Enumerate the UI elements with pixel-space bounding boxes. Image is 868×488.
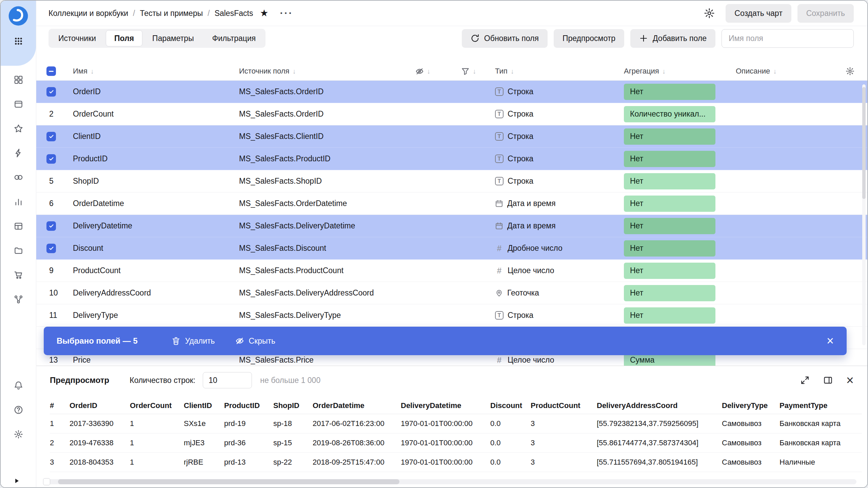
delete-selected-button[interactable]: Удалить [172, 337, 215, 346]
column-header-filter[interactable]: ↓ [461, 67, 495, 76]
create-chart-button[interactable]: Создать чарт [726, 4, 791, 23]
field-row[interactable]: 9 ProductCount MS_SalesFacts.ProductCoun… [36, 260, 867, 282]
tab-item[interactable]: Фильтрация [204, 30, 264, 46]
apps-grid-icon[interactable] [10, 33, 26, 49]
star-icon[interactable] [10, 120, 26, 137]
column-header-type[interactable]: Тип↓ [495, 67, 624, 76]
aggregation-select[interactable]: Нет [624, 196, 715, 212]
horizontal-scrollbar[interactable] [44, 479, 856, 484]
refresh-fields-button[interactable]: Обновить поля [462, 29, 548, 48]
field-name: DeliveryType [73, 311, 239, 320]
aggregation-select[interactable]: Количество уникал... [624, 106, 715, 122]
add-field-button[interactable]: Добавить поле [630, 29, 715, 48]
field-row[interactable]: 11 DeliveryType MS_SalesFacts.DeliveryTy… [36, 304, 867, 327]
save-button[interactable]: Сохранить [797, 4, 854, 23]
preview-header: Предпросмотр Количество строк: не больше… [50, 371, 854, 390]
close-preview-icon[interactable]: × [846, 374, 854, 387]
field-row[interactable]: 6 OrderDatetime MS_SalesFacts.OrderDatet… [36, 192, 867, 215]
tab-item[interactable]: Поля [106, 30, 142, 46]
question-icon[interactable] [10, 402, 26, 418]
preview-cell: 1 [50, 414, 70, 433]
string-type-icon: T [495, 110, 504, 118]
breadcrumb-item[interactable]: Коллекции и воркбуки [48, 9, 128, 18]
row-checkbox[interactable] [46, 244, 56, 253]
field-row[interactable]: 2 OrderCount MS_SalesFacts.OrderID TСтро… [36, 103, 867, 125]
aggregation-select[interactable]: Нет [624, 307, 715, 324]
field-row[interactable]: 5 ShopID MS_SalesFacts.ShopID TСтрока Не… [36, 170, 867, 192]
column-header-hidden[interactable]: ↓ [415, 67, 461, 76]
box-icon[interactable] [10, 96, 26, 112]
aggregation-select[interactable]: Нет [624, 128, 715, 145]
aggregation-select[interactable]: Нет [624, 218, 715, 234]
field-row[interactable]: ClientID MS_SalesFacts.ClientID TСтрока … [36, 125, 867, 148]
vertical-scrollbar-thumb[interactable] [862, 87, 866, 199]
row-checkbox[interactable] [46, 132, 56, 141]
vertical-scrollbar[interactable] [862, 84, 866, 345]
settings-gear-icon[interactable] [704, 8, 715, 19]
field-type: TСтрока [495, 87, 533, 96]
field-source: MS_SalesFacts.DeliveryType [239, 311, 415, 320]
aggregation-select[interactable]: Нет [624, 285, 715, 301]
number-type-icon: # [495, 244, 504, 253]
field-name: Price [73, 355, 239, 365]
gear-icon[interactable] [10, 426, 26, 442]
folder-icon[interactable] [10, 242, 26, 259]
breadcrumb-item[interactable]: Тесты и примеры [140, 9, 203, 18]
field-row[interactable]: Discount MS_SalesFacts.Discount #Дробное… [36, 237, 867, 260]
play-icon[interactable] [10, 473, 26, 488]
field-row[interactable]: ProductID MS_SalesFacts.ProductID TСтрок… [36, 148, 867, 170]
table-settings-gear-icon[interactable] [846, 67, 854, 76]
field-name: ClientID [73, 132, 239, 141]
cart-icon[interactable] [10, 267, 26, 283]
field-type: TСтрока [495, 109, 533, 119]
more-menu-icon[interactable]: ··· [280, 10, 293, 16]
row-count-input[interactable] [203, 372, 252, 388]
favorite-star-icon[interactable]: ★ [260, 8, 268, 18]
column-header-source[interactable]: Источник поля↓ [239, 67, 415, 76]
horizontal-scrollbar-thumb[interactable] [58, 479, 399, 484]
table-icon[interactable] [10, 218, 26, 234]
field-name: OrderID [73, 87, 239, 96]
expand-icon[interactable] [800, 375, 810, 385]
preview-cell: 2 [50, 433, 70, 452]
row-count-label: Количество строк: [130, 376, 195, 385]
hide-selected-button[interactable]: Скрыть [235, 337, 276, 346]
column-header-description[interactable]: Описание↓ [736, 67, 833, 76]
datalens-logo[interactable] [8, 5, 29, 26]
aggregation-select[interactable]: Нет [624, 173, 715, 189]
preview-cell: SXs1e [184, 414, 224, 433]
field-row[interactable]: DeliveryDatetime MS_SalesFacts.DeliveryD… [36, 215, 867, 237]
split-panel-icon[interactable] [823, 375, 833, 385]
column-header-name[interactable]: Имя↓ [73, 67, 239, 76]
tab-item[interactable]: Источники [50, 30, 104, 46]
breadcrumb-item[interactable]: SalesFacts [215, 9, 253, 18]
close-selection-bar-icon[interactable]: × [827, 335, 834, 347]
column-header-aggregation[interactable]: Агрегация↓ [624, 67, 736, 76]
hide-label: Скрыть [249, 337, 276, 346]
aggregation-select[interactable]: Нет [624, 84, 715, 100]
row-checkbox[interactable] [46, 87, 56, 97]
scrollbar-corner-button[interactable] [43, 478, 50, 485]
aggregation-select[interactable]: Нет [624, 151, 715, 167]
row-checkbox[interactable] [46, 221, 56, 231]
field-name: OrderDatetime [73, 199, 239, 208]
preview-cell: [55.711557694,37.805194165] [597, 452, 722, 472]
circles-icon[interactable] [10, 169, 26, 185]
preview-cell: rjRBE [184, 452, 224, 472]
bolt-icon[interactable] [10, 145, 26, 161]
squares-icon[interactable] [10, 72, 26, 88]
bell-icon[interactable] [10, 377, 26, 393]
select-all-checkbox[interactable] [46, 66, 56, 76]
row-number: 2 [46, 109, 54, 119]
aggregation-select[interactable]: Нет [624, 263, 715, 279]
bar-chart-icon[interactable] [10, 194, 26, 210]
preview-button[interactable]: Предпросмотр [554, 29, 624, 48]
field-row[interactable]: 10 DeliveryAddressCoord MS_SalesFacts.De… [36, 282, 867, 304]
field-row[interactable]: OrderID MS_SalesFacts.OrderID TСтрока Не… [36, 81, 867, 103]
add-field-label: Добавить поле [653, 34, 707, 43]
aggregation-select[interactable]: Нет [624, 240, 715, 257]
flow-icon[interactable] [10, 291, 26, 307]
row-checkbox[interactable] [46, 154, 56, 164]
field-name-input[interactable] [722, 29, 854, 48]
tab-item[interactable]: Параметры [144, 30, 202, 46]
